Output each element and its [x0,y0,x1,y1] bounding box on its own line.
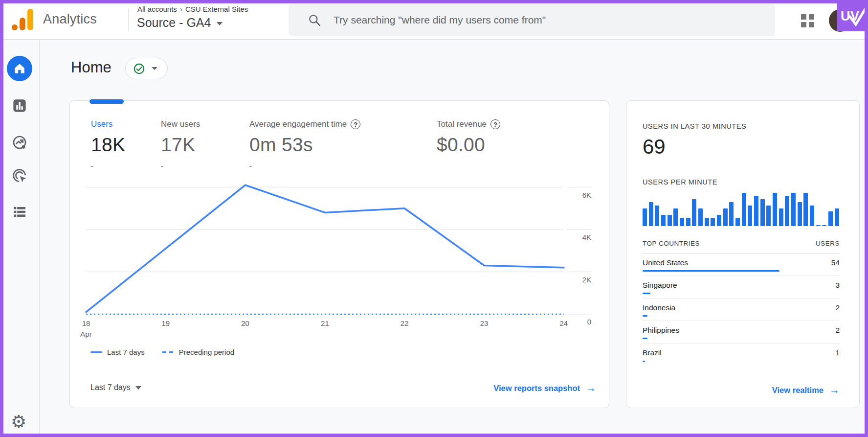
metric-label: Users [91,119,112,129]
admin-gear-icon[interactable]: ⚙ [11,412,26,432]
chart-legend: Last 7 days Preceding period [90,348,234,356]
per-minute-bar [649,202,653,226]
top-countries-header: TOP COUNTRIES USERS [643,240,840,253]
logo-bar-mid [20,18,25,30]
breadcrumb[interactable]: All accounts›CSU External Sites [137,5,248,13]
reports-icon [12,98,27,114]
per-minute-bar [835,208,839,226]
sidebar-item-home[interactable] [0,56,39,81]
country-users-value: 3 [835,281,840,290]
legend-label: Preceding period [179,348,234,356]
sidebar-item-library[interactable] [0,204,39,220]
metric-value: $0.00 [437,134,500,156]
per-minute-bar [803,193,808,226]
logo-bar-tall [27,9,33,30]
country-row: Brazil1 [643,344,840,366]
legend-preceding-period: Preceding period [162,348,234,356]
date-range-label: Last 7 days [90,383,131,391]
country-name: Singapore [643,281,677,290]
per-minute-bar [779,208,783,226]
logo-dot [12,24,18,30]
legend-last-7-days: Last 7 days [90,348,145,356]
search-placeholder: Try searching "where did my users come f… [334,14,546,26]
apps-grid-icon[interactable] [801,14,814,27]
svg-text:20: 20 [241,319,249,327]
insights-status-dropdown[interactable] [125,58,168,79]
per-minute-bar [673,208,678,226]
svg-text:21: 21 [321,319,329,327]
per-minute-bar [760,199,765,226]
check-circle-icon [134,63,145,74]
per-minute-bar [705,218,709,226]
per-minute-bar [810,206,814,226]
per-minute-bar [735,218,740,226]
arrow-right-icon: → [586,382,596,394]
overview-card: Users18K-New users17K-Average engagement… [69,100,609,408]
chevron-down-icon [152,67,157,70]
country-users-bar [643,270,779,272]
country-name: Brazil [643,348,662,357]
per-minute-bar [698,208,703,226]
country-name: Philippines [643,326,679,335]
per-minute-bar [668,215,672,226]
country-users-bar [643,338,647,339]
search-input[interactable]: Try searching "where did my users come f… [289,4,775,36]
link-label: View realtime [772,386,823,395]
library-icon [12,204,27,220]
chevron-down-icon [135,386,141,390]
per-minute-bar [742,193,746,226]
per-minute-bar [711,218,715,226]
property-selector[interactable]: Source - GA4 [137,16,223,30]
sidebar-nav: ⚙ [0,40,40,437]
sidebar-item-reports[interactable] [0,98,39,114]
home-icon [7,56,32,81]
country-users-value: 2 [835,303,840,312]
svg-text:6K: 6K [582,191,591,199]
svg-text:4K: 4K [582,233,591,241]
per-minute-bar [791,193,796,226]
breadcrumb-property[interactable]: CSU External Sites [185,5,248,13]
country-users-bar [643,361,645,362]
arrow-right-icon: → [829,384,840,396]
svg-text:24: 24 [559,319,568,327]
realtime-user-count: 69 [643,135,666,159]
sidebar-item-explore[interactable] [0,135,39,150]
link-label: View reports snapshot [493,384,580,393]
users-per-minute-bar-chart [643,192,839,226]
svg-text:Apr: Apr [80,330,91,338]
app-window: Analytics All accounts›CSU External Site… [0,0,868,437]
country-users-bar [643,315,647,317]
view-reports-snapshot-link[interactable]: View reports snapshot → [493,382,596,394]
help-icon[interactable]: ? [351,119,360,129]
page-title: Home [71,59,111,76]
country-users-value: 54 [831,258,840,267]
date-range-dropdown[interactable]: Last 7 days [90,383,141,392]
analytics-logo-icon[interactable] [12,8,34,31]
card-footer: Last 7 days View reports snapshot → [70,379,609,399]
country-row: United States54 [643,253,840,276]
per-minute-bar [748,206,752,226]
view-realtime-link[interactable]: View realtime → [772,384,840,396]
per-minute-bar [798,202,802,226]
top-countries-table: United States54Singapore3Indonesia2Phili… [643,253,840,366]
per-minute-bar [785,196,789,226]
metric-value: 17K [161,134,200,156]
country-users-value: 1 [835,348,840,357]
metric-value: 0m 53s [249,134,360,156]
help-icon[interactable]: ? [490,119,500,129]
country-name: Indonesia [643,303,675,312]
svg-text:0: 0 [587,318,591,326]
dashed-line-swatch [162,351,174,353]
country-row: Indonesia2 [643,299,840,321]
per-minute-bar [692,199,696,226]
svg-text:19: 19 [161,319,170,327]
per-minute-bar [754,196,758,226]
breadcrumb-account[interactable]: All accounts [137,5,177,13]
per-minute-bar [766,206,771,226]
svg-text:23: 23 [480,319,489,327]
realtime-card: USERS IN LAST 30 MINUTES 69 USERS PER MI… [626,100,860,408]
per-minute-bar [655,206,659,226]
sidebar-item-advertising[interactable] [0,168,39,184]
per-minute-bar [686,218,690,226]
per-minute-bar [661,215,666,226]
